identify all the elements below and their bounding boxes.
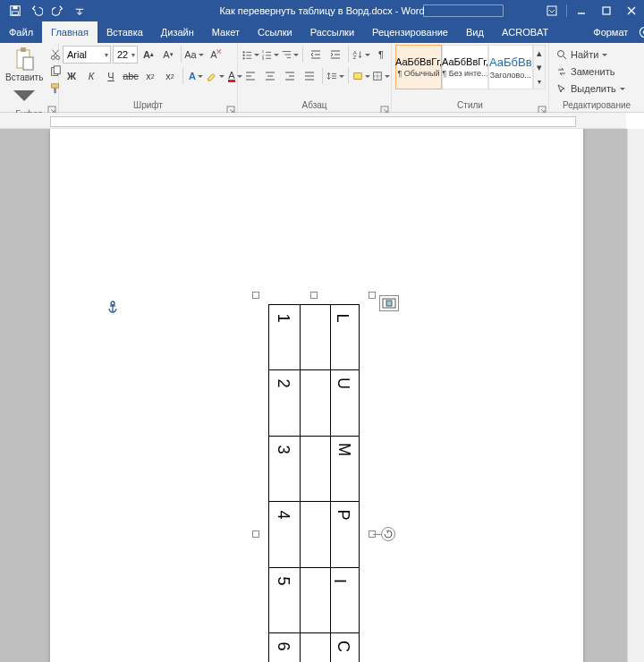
group-styles: АаБбВвГг, ¶ Обычный АаБбВвГг, ¶ Без инте… (392, 43, 549, 112)
account-area[interactable] (423, 4, 504, 17)
svg-rect-22 (55, 88, 57, 93)
table-row[interactable]: 5I (269, 568, 359, 633)
align-left-button[interactable] (242, 67, 259, 85)
svg-point-27 (242, 55, 244, 56)
bold-button[interactable]: Ж (63, 67, 80, 85)
anchor-icon (107, 301, 118, 317)
sort-button[interactable]: AZ (352, 46, 370, 64)
font-name-combo[interactable]: Arial▾ (63, 46, 111, 64)
styles-dialog-launcher[interactable] (538, 102, 547, 111)
tab-file[interactable]: Файл (0, 21, 42, 43)
table-row[interactable]: 4P (269, 502, 359, 567)
strike-button[interactable]: abc (122, 67, 140, 85)
paste-button[interactable]: Вставить (4, 45, 45, 108)
table-row[interactable]: 6C (269, 633, 359, 662)
subscript-button[interactable]: x2 (141, 67, 159, 85)
resize-handle-tl[interactable] (252, 292, 259, 299)
change-case-button[interactable]: Aa (185, 46, 203, 64)
grow-font-button[interactable]: A▴ (140, 46, 157, 64)
style-no-spacing[interactable]: АаБбВвГг, ¶ Без инте... (442, 45, 488, 89)
svg-point-29 (242, 57, 244, 59)
layout-options-button[interactable] (379, 295, 399, 311)
tell-me-icon[interactable] (637, 24, 644, 40)
style-name: ¶ Без инте... (442, 69, 487, 78)
cell-number: 2 (274, 379, 292, 388)
redo-button[interactable] (50, 3, 66, 19)
paragraph-dialog-launcher[interactable] (380, 102, 389, 111)
table-row[interactable]: 1L (269, 305, 359, 370)
rotate-handle[interactable] (381, 527, 395, 541)
borders-button[interactable] (372, 67, 390, 85)
tab-acrobat[interactable]: ACROBAT (493, 21, 557, 43)
svg-rect-3 (547, 6, 556, 15)
tab-references[interactable]: Ссылки (249, 21, 301, 43)
multilevel-button[interactable] (281, 46, 299, 64)
tab-layout[interactable]: Макет (203, 21, 249, 43)
resize-handle-tc[interactable] (310, 292, 318, 299)
numbering-button[interactable]: 123 (261, 46, 279, 64)
ruler-horizontal[interactable] (0, 113, 626, 129)
show-marks-button[interactable]: ¶ (372, 46, 390, 64)
line-spacing-button[interactable] (326, 67, 344, 85)
maximize-button[interactable] (594, 0, 619, 21)
align-center-button[interactable] (261, 67, 279, 85)
table-row[interactable]: 2U (269, 370, 359, 436)
tab-review[interactable]: Рецензирование (363, 21, 457, 43)
tab-mailings[interactable]: Рассылки (301, 21, 363, 43)
font-size-combo[interactable]: 22▾ (113, 46, 138, 64)
close-button[interactable] (619, 0, 644, 21)
text-effects-button[interactable]: A (187, 67, 205, 85)
svg-point-15 (52, 55, 55, 59)
superscript-button[interactable]: x2 (161, 67, 179, 85)
tab-home[interactable]: Главная (42, 21, 97, 43)
highlight-button[interactable] (207, 67, 225, 85)
cell-letter: U (334, 378, 352, 389)
save-button[interactable] (7, 3, 23, 19)
resize-handle-ml[interactable] (252, 530, 259, 538)
undo-button[interactable] (29, 3, 45, 19)
styles-expand[interactable]: ▾ (534, 74, 545, 89)
tab-design[interactable]: Дизайн (152, 21, 203, 43)
underline-button[interactable]: Ч (102, 67, 120, 85)
clipboard-dialog-launcher[interactable] (47, 102, 56, 111)
select-button[interactable]: Выделить (553, 81, 629, 97)
titlebar: Как перевернуть таблицу в Ворд.docx - Wo… (0, 0, 644, 21)
shrink-font-button[interactable]: A▾ (159, 46, 177, 64)
styles-scroll-up[interactable]: ▴ (534, 46, 545, 60)
svg-point-69 (558, 51, 564, 57)
align-right-button[interactable] (281, 67, 299, 85)
increase-indent-button[interactable] (326, 46, 344, 64)
find-button[interactable]: Найти (553, 47, 611, 63)
shading-button[interactable] (352, 67, 370, 85)
styles-scroll-down[interactable]: ▾ (534, 60, 545, 74)
separator (348, 47, 349, 63)
italic-button[interactable]: К (82, 67, 100, 85)
rotated-table[interactable]: 1L 2U 3M 4P 5I 6C 7S (268, 304, 360, 662)
minimize-button[interactable] (569, 0, 594, 21)
tab-insert[interactable]: Вставка (97, 21, 152, 43)
font-dialog-launcher[interactable] (226, 102, 235, 111)
style-heading[interactable]: АаБбВв Заголово... (488, 45, 533, 89)
text-frame[interactable]: 1L 2U 3M 4P 5I 6C 7S (256, 295, 372, 662)
tab-view[interactable]: Вид (457, 21, 493, 43)
clear-format-button[interactable]: A✕ (205, 46, 223, 64)
decrease-indent-button[interactable] (307, 46, 325, 64)
scrollbar-vertical[interactable] (630, 131, 642, 220)
svg-line-70 (564, 56, 566, 59)
group-editing: Найти Заменить Выделить Редактирование (549, 43, 644, 112)
group-font: Arial▾ 22▾ A▴ A▾ Aa A✕ Ж К Ч abc x2 x2 A… (59, 43, 238, 112)
qat-customize-button[interactable] (72, 3, 88, 19)
tab-format[interactable]: Формат (584, 21, 637, 43)
bullets-button[interactable] (242, 46, 259, 64)
cell-number: 6 (274, 642, 292, 651)
separator (322, 68, 323, 84)
resize-handle-tr[interactable] (369, 292, 376, 299)
table-row[interactable]: 3M (269, 437, 359, 502)
chevron-down-icon (13, 83, 35, 108)
svg-rect-1 (13, 6, 17, 10)
style-normal[interactable]: АаБбВвГг, ¶ Обычный (395, 45, 442, 89)
justify-button[interactable] (301, 67, 318, 85)
ribbon-display-button[interactable] (539, 0, 564, 21)
replace-button[interactable]: Заменить (553, 64, 618, 80)
paste-label: Вставить (5, 72, 43, 82)
